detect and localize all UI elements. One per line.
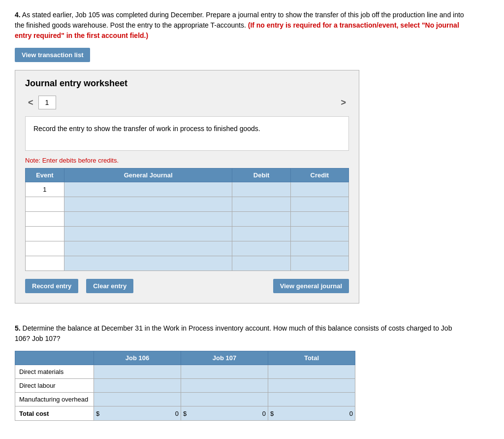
dl-job107-cell <box>181 379 268 393</box>
balance-table: Job 106 Job 107 Total Direct materials D… <box>15 351 355 421</box>
balance-row-direct-labour: Direct labour <box>15 379 355 393</box>
debit-input-1[interactable] <box>232 182 290 197</box>
balance-col-total: Total <box>268 351 355 365</box>
credit-input-4[interactable] <box>291 227 348 241</box>
dl-job106-input[interactable] <box>94 379 181 392</box>
balance-col-job107: Job 107 <box>181 351 268 365</box>
debit-input-3[interactable] <box>232 212 290 226</box>
label-direct-materials: Direct materials <box>15 365 94 379</box>
total-total-input[interactable] <box>275 410 353 417</box>
credit-cell-5 <box>290 241 348 256</box>
credit-input-6[interactable] <box>291 256 348 270</box>
balance-row-direct-materials: Direct materials <box>15 365 355 379</box>
total-job107-input[interactable] <box>188 410 266 417</box>
label-direct-labour: Direct labour <box>15 379 94 393</box>
question4-text: 4. As stated earlier, Job 105 was comple… <box>15 10 468 41</box>
journal-input-3[interactable] <box>64 212 232 226</box>
debit-cell-2 <box>232 197 290 212</box>
clear-entry-button[interactable]: Clear entry <box>86 279 133 293</box>
nav-page-number: 1 <box>38 96 56 109</box>
event-num-1: 1 <box>26 182 64 197</box>
credit-cell-1 <box>290 182 348 197</box>
total-total-cell: $ <box>268 406 355 421</box>
balance-row-mfg-overhead: Manufacturing overhead <box>15 393 355 406</box>
event-num-4 <box>26 227 64 241</box>
moh-job106-cell <box>94 393 181 406</box>
journal-input-6[interactable] <box>64 256 232 270</box>
worksheet-btn-row: Record entry Clear entry View general jo… <box>25 279 349 293</box>
moh-job107-cell <box>181 393 268 406</box>
dm-total-cell <box>268 365 355 379</box>
dm-job107-input[interactable] <box>181 365 268 378</box>
debit-cell-6 <box>232 256 290 271</box>
col-debit: Debit <box>232 169 290 182</box>
journal-row-6 <box>26 256 349 271</box>
view-transaction-button[interactable]: View transaction list <box>15 48 90 62</box>
worksheet-nav: < 1 > <box>25 96 349 109</box>
label-total-cost: Total cost <box>15 406 94 421</box>
dollar-sign-job107: $ <box>183 410 187 417</box>
credit-input-2[interactable] <box>291 197 348 211</box>
note-text: Note: Enter debits before credits. <box>25 157 349 164</box>
journal-table: Event General Journal Debit Credit 1 <box>25 168 349 271</box>
total-job107-cell: $ <box>181 406 268 421</box>
journal-entry-4 <box>64 227 232 241</box>
dl-job107-input[interactable] <box>181 379 268 392</box>
credit-input-3[interactable] <box>291 212 348 226</box>
debit-input-4[interactable] <box>232 227 290 241</box>
dollar-sign-job106: $ <box>96 410 99 417</box>
nav-right-arrow[interactable]: > <box>338 97 349 109</box>
dm-job107-cell <box>181 365 268 379</box>
credit-cell-3 <box>290 212 348 227</box>
q5-number: 5. <box>15 324 21 332</box>
debit-cell-5 <box>232 241 290 256</box>
worksheet-instruction: Record the entry to show the transfer of… <box>25 116 349 151</box>
col-credit: Credit <box>290 169 348 182</box>
debit-input-5[interactable] <box>232 241 290 256</box>
journal-input-1[interactable] <box>64 182 232 197</box>
dl-total-input[interactable] <box>268 379 355 392</box>
journal-entry-6 <box>64 256 232 271</box>
journal-row-4 <box>26 227 349 241</box>
event-num-5 <box>26 241 64 256</box>
dm-job106-cell <box>94 365 181 379</box>
journal-input-4[interactable] <box>64 227 232 241</box>
moh-job106-input[interactable] <box>94 393 181 406</box>
nav-left-arrow[interactable]: < <box>25 97 36 109</box>
journal-row-2 <box>26 197 349 212</box>
moh-job107-input[interactable] <box>181 393 268 406</box>
journal-input-5[interactable] <box>64 241 232 256</box>
credit-cell-2 <box>290 197 348 212</box>
col-event: Event <box>26 169 64 182</box>
journal-entry-3 <box>64 212 232 227</box>
journal-row-3 <box>26 212 349 227</box>
event-num-3 <box>26 212 64 227</box>
journal-entry-worksheet: Journal entry worksheet < 1 > Record the… <box>15 70 359 304</box>
record-entry-button[interactable]: Record entry <box>25 279 78 293</box>
dm-total-input[interactable] <box>268 365 355 378</box>
journal-row-1: 1 <box>26 182 349 197</box>
credit-cell-4 <box>290 227 348 241</box>
dm-job106-input[interactable] <box>94 365 181 378</box>
debit-cell-3 <box>232 212 290 227</box>
dl-total-cell <box>268 379 355 393</box>
debit-cell-1 <box>232 182 290 197</box>
event-num-6 <box>26 256 64 271</box>
debit-cell-4 <box>232 227 290 241</box>
debit-input-2[interactable] <box>232 197 290 211</box>
view-general-journal-button[interactable]: View general journal <box>273 279 349 293</box>
balance-row-total-cost: Total cost $ $ $ <box>15 406 355 421</box>
worksheet-title: Journal entry worksheet <box>25 78 349 89</box>
journal-row-5 <box>26 241 349 256</box>
journal-entry-1 <box>64 182 232 197</box>
moh-total-input[interactable] <box>268 393 355 406</box>
total-job106-input[interactable] <box>100 410 179 417</box>
journal-entry-2 <box>64 197 232 212</box>
journal-input-2[interactable] <box>64 197 232 211</box>
dollar-sign-total: $ <box>270 410 274 417</box>
credit-input-1[interactable] <box>291 182 348 197</box>
credit-input-5[interactable] <box>291 241 348 256</box>
balance-col-label <box>15 351 94 365</box>
credit-cell-6 <box>290 256 348 271</box>
debit-input-6[interactable] <box>232 256 290 270</box>
